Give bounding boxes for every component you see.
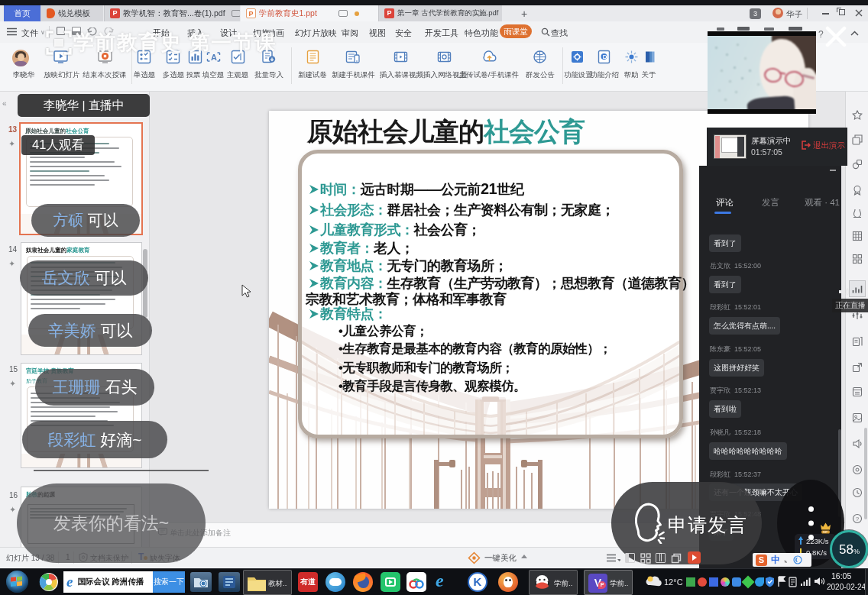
svg-text:?: ?	[856, 516, 860, 522]
svg-text:D: D	[603, 53, 607, 60]
svg-text:VIP: VIP	[823, 531, 828, 534]
